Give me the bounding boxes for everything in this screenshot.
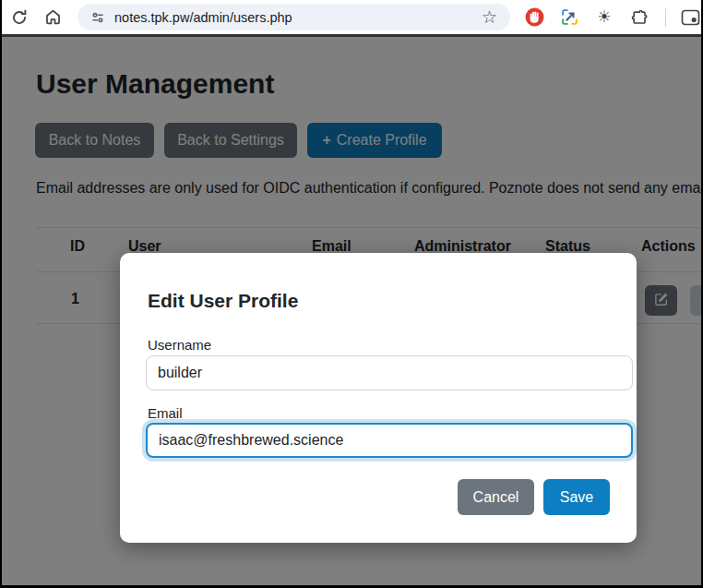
cancel-button[interactable]: Cancel [458,479,534,515]
browser-window: ☆ [0,0,703,588]
reload-icon[interactable] [6,4,33,31]
username-label: Username [148,337,211,353]
sun-extension-icon[interactable]: ☀ [593,6,615,29]
email-label: Email [148,405,183,421]
user-management-page: User Management Back to Notes Back to Se… [2,37,701,585]
browser-toolbar: ☆ [2,0,701,34]
email-field[interactable] [146,423,633,458]
profile-panel-icon[interactable] [679,6,701,29]
home-icon[interactable] [39,4,66,31]
edit-user-profile-modal: Edit User Profile Username Email Cancel … [120,253,637,543]
extensions-puzzle-icon[interactable] [628,6,650,29]
modal-title: Edit User Profile [148,290,298,312]
extension-icons: ☀ [523,6,701,29]
screenshot-extension-icon[interactable] [558,6,580,29]
username-field[interactable] [146,355,633,390]
save-button[interactable]: Save [543,479,610,515]
adblock-hand-icon[interactable] [523,6,545,29]
url-input[interactable] [114,10,478,25]
toolbar-separator [665,8,666,27]
bookmark-star-icon[interactable]: ☆ [478,8,501,26]
site-settings-icon[interactable] [87,6,109,29]
omnibox[interactable]: ☆ [77,4,510,30]
